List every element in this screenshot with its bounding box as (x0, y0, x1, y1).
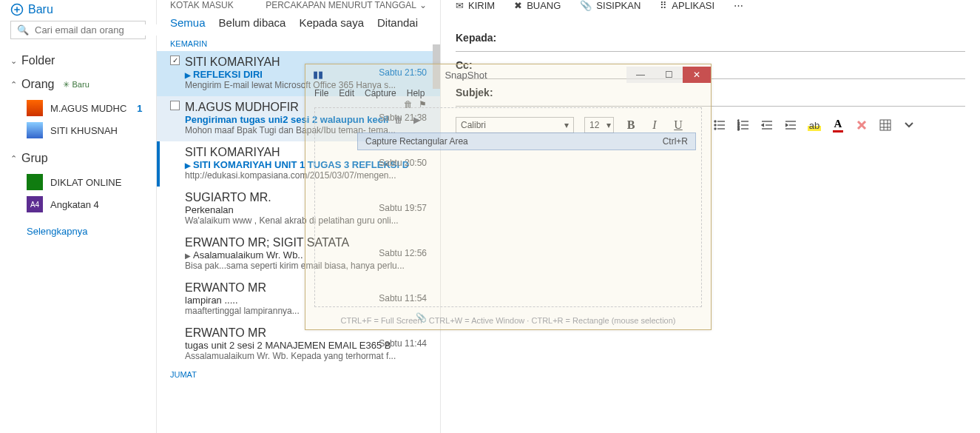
svg-point-5 (714, 124, 716, 126)
insert-button[interactable]: 📎SISIPKAN (580, 0, 641, 11)
filter-unread[interactable]: Belum dibaca (219, 16, 286, 29)
table-icon[interactable] (879, 118, 892, 132)
numbered-list-icon[interactable]: 123 (737, 118, 750, 132)
group-label: Grup (21, 152, 48, 165)
more-link[interactable]: Selengkapnya (27, 226, 146, 237)
group-item[interactable]: A4 Angkatan 4 (10, 193, 146, 215)
checkbox-icon[interactable]: ✓ (170, 56, 180, 65)
sort-label: PERCAKAPAN MENURUT TANGGAL (266, 0, 416, 10)
message-time: Sabtu 11:54 (379, 293, 427, 303)
cc-input[interactable] (482, 60, 965, 71)
outdent-icon[interactable] (760, 118, 774, 132)
chevron-up-icon: ⌃ (10, 154, 17, 164)
group-name: Angkatan 4 (50, 199, 99, 210)
message-item[interactable]: ERWANTO MR tugas unit 2 sesi 2 MANAJEMEN… (157, 322, 440, 367)
message-time: Sabtu 20:50 (379, 158, 427, 168)
new-button-label: Baru (28, 3, 53, 16)
apps-button[interactable]: ⠿APLIKASI (660, 0, 714, 11)
person-name: M.AGUS MUDHC (50, 103, 126, 114)
indent-icon[interactable] (784, 118, 797, 132)
filter-flagged[interactable]: Ditandai (377, 16, 418, 29)
message-time: Sabtu 21:38 (379, 113, 427, 123)
new-button[interactable]: Baru (10, 3, 146, 16)
group-section[interactable]: ⌃ Grup (10, 152, 146, 165)
font-value: Calibri (461, 120, 486, 130)
message-item[interactable]: SUGIARTO MR. Perkenalan Wa'alaikum www ,… (157, 187, 440, 232)
bold-button[interactable]: B (624, 118, 638, 132)
message-subject: Asalamualaikum Wr. Wb.. (193, 249, 303, 261)
subject-input[interactable] (504, 87, 965, 98)
font-color-icon[interactable]: A (831, 118, 845, 132)
message-preview: Mengirim E-mail lewat Microsoft Office 3… (185, 80, 427, 90)
discard-button[interactable]: ✖BUANG (514, 0, 561, 11)
send-button[interactable]: ✉KIRIM (456, 0, 495, 11)
chevron-down-icon: ▾ (606, 120, 611, 130)
more-button[interactable]: ⋯ (734, 0, 743, 11)
to-input[interactable] (504, 33, 965, 44)
message-item[interactable]: ERWANTO MR lampiran ..... maaftertinggal… (157, 277, 440, 322)
person-item[interactable]: SITI KHUSNAH (10, 119, 146, 141)
group-name: DIKLAT ONLINE (50, 177, 121, 188)
filter-all[interactable]: Semua (170, 16, 206, 29)
chevron-up-icon: ⌃ (10, 80, 17, 90)
person-item[interactable]: M.AGUS MUDHC 1 (10, 97, 146, 119)
cc-field[interactable]: Cc: (456, 52, 965, 79)
italic-button[interactable]: I (648, 118, 661, 132)
insert-label: SISIPKAN (596, 0, 641, 11)
svg-point-7 (714, 128, 716, 130)
cc-label: Cc: (456, 59, 478, 71)
group-item[interactable]: DIKLAT ONLINE (10, 171, 146, 193)
scrollbar[interactable] (433, 44, 440, 89)
caret-icon: ▶ (185, 71, 191, 79)
close-icon: ✖ (514, 0, 522, 11)
message-action-icons[interactable]: 🗑⚑ (404, 99, 427, 110)
apps-icon: ⠿ (660, 0, 667, 11)
message-time: Sabtu 12:56 (379, 248, 427, 258)
checkbox-icon[interactable] (170, 101, 180, 110)
message-item[interactable]: ✓ SITI KOMARIYAH ▶REFLEKSI DIRI Mengirim… (157, 51, 440, 96)
subject-field[interactable]: Subjek: (456, 79, 965, 107)
message-preview: http://edukasi.kompasiana.com/2015/03/07… (185, 170, 427, 181)
chevron-down-icon: ⌄ (10, 56, 17, 66)
font-select[interactable]: Calibri▾ (456, 117, 574, 133)
message-item[interactable]: 🗑⚑ M.AGUS MUDHOFIR Pengiriman tugas uni2… (157, 96, 440, 141)
size-value: 12 (589, 120, 599, 130)
message-time: Sabtu 11:44 (379, 338, 427, 349)
caret-icon: ▶ (185, 161, 191, 169)
expand-toolbar-icon[interactable] (902, 118, 916, 132)
group-tile-icon: A4 (27, 196, 43, 212)
plus-icon (10, 3, 24, 16)
unread-count: 1 (137, 103, 142, 114)
search-icon: 🔍 (17, 24, 29, 36)
search-box[interactable]: 🔍 (10, 21, 146, 39)
search-input[interactable] (35, 24, 159, 36)
size-select[interactable]: 12▾ (584, 117, 614, 133)
to-field[interactable]: Kepada: (456, 24, 965, 52)
delete-icon[interactable]: 🗑 (404, 99, 413, 110)
clear-format-icon[interactable] (855, 118, 868, 132)
sort-dropdown[interactable]: PERCAKAPAN MENURUT TANGGAL ⌄ (266, 0, 427, 10)
svg-rect-21 (880, 120, 891, 130)
highlight-icon[interactable]: ab (808, 118, 821, 132)
person-name: SITI KHUSNAH (50, 125, 118, 136)
bullets-icon[interactable] (713, 118, 726, 132)
filter-bar: Semua Belum dibaca Kepada saya Ditandai (157, 13, 440, 36)
discard-label: BUANG (527, 0, 561, 11)
compose-pane: ✉KIRIM ✖BUANG 📎SISIPKAN ⠿APLIKASI ⋯ Kepa… (441, 0, 980, 433)
send-label: KIRIM (468, 0, 495, 11)
avatar-icon (27, 122, 43, 138)
folder-section[interactable]: ⌄ Folder (10, 54, 146, 67)
inbox-label: KOTAK MASUK (170, 0, 234, 10)
compose-toolbar: ✉KIRIM ✖BUANG 📎SISIPKAN ⠿APLIKASI ⋯ (456, 0, 965, 24)
group-tile-icon (27, 174, 43, 190)
people-section[interactable]: ⌃ Orang ✳ Baru (10, 78, 146, 91)
underline-button[interactable]: U (672, 118, 685, 132)
format-toolbar: Calibri▾ 12▾ B I U 123 ab A (456, 107, 965, 144)
flag-icon[interactable]: ⚑ (419, 99, 427, 110)
message-item[interactable]: SITI KOMARIYAH ▶SITI KOMARIYAH UNIT 1 TU… (157, 141, 440, 187)
message-subject: REFLEKSI DIRI (193, 69, 263, 80)
message-list: KOTAK MASUK PERCAKAPAN MENURUT TANGGAL ⌄… (157, 0, 441, 433)
to-label: Kepada: (456, 32, 500, 44)
message-item[interactable]: ERWANTO MR; SIGIT SATATA ▶Asalamualaikum… (157, 232, 440, 277)
filter-tome[interactable]: Kepada saya (299, 16, 364, 29)
